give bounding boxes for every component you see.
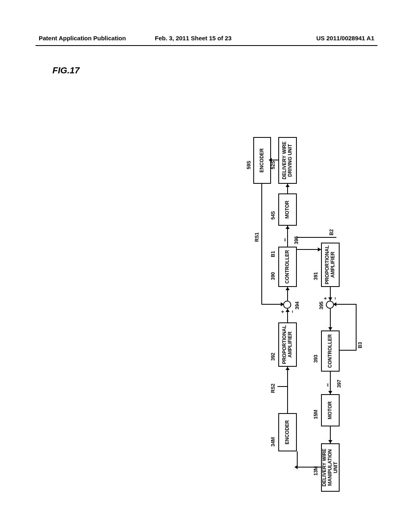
arrow-into-13m bbox=[328, 440, 332, 443]
arrow-into-390 bbox=[286, 287, 290, 290]
controller-390: CONTROLLER bbox=[278, 247, 297, 287]
wire-13m-to-34m-h bbox=[297, 451, 298, 468]
delwire-manip-13m: DELIVERY WIRE MANIPULATION UNIT bbox=[321, 443, 340, 492]
sum394-minus: − bbox=[290, 310, 295, 313]
ref-15m: 15M bbox=[313, 410, 319, 419]
arrow-into-54s bbox=[286, 226, 290, 229]
ref-395: 395 bbox=[319, 301, 324, 310]
ref-392: 392 bbox=[270, 353, 276, 361]
arrow-into-15m bbox=[328, 391, 332, 394]
ref-394: 394 bbox=[294, 301, 300, 310]
arrow-into-395 bbox=[328, 297, 332, 301]
controller-393: CONTROLLER bbox=[321, 330, 340, 372]
caret-396: ˄˄ bbox=[284, 239, 289, 242]
header-right: US 2011/0028941 A1 bbox=[316, 35, 374, 42]
ref-54s: 54S bbox=[270, 211, 276, 220]
propamp-391: PROPORTIONAL AMPLIFIER bbox=[321, 243, 340, 287]
wire-34m-to-392 bbox=[287, 367, 288, 413]
block-diagram: ENCODER 34M RS2 PROPORTIONAL AMPLIFIER 3… bbox=[262, 137, 399, 451]
sum-394 bbox=[283, 301, 291, 309]
motor-54s: MOTOR bbox=[278, 193, 297, 226]
wire-b2-down bbox=[297, 237, 336, 238]
delwire-drive-52s: DELIVERY WIRE DRIVING UNIT bbox=[278, 137, 297, 184]
ref-397: 397 bbox=[336, 380, 342, 388]
encoder-34m: ENCODER bbox=[278, 413, 297, 451]
wire-13m-to-34m bbox=[297, 467, 321, 468]
header-left: Patent Application Publication bbox=[39, 35, 126, 42]
arrow-into-59s bbox=[269, 158, 272, 162]
wire-b1-down bbox=[297, 249, 321, 250]
sum-395 bbox=[326, 301, 334, 309]
ref-b3: B3 bbox=[357, 342, 363, 348]
header-rule bbox=[35, 45, 378, 46]
ref-13m: 13M bbox=[313, 466, 319, 476]
wire-b3-down bbox=[340, 350, 357, 351]
sum395-plus: + bbox=[323, 297, 328, 300]
arrow-into-52s bbox=[286, 184, 290, 187]
arrow-rs1-into-394 bbox=[281, 302, 284, 306]
ref-b1: B1 bbox=[270, 251, 276, 257]
arrow-into-391 bbox=[318, 247, 321, 251]
wire-rs1-top bbox=[261, 184, 262, 305]
wire-b3-across bbox=[356, 305, 357, 351]
arrow-into-393 bbox=[328, 327, 332, 330]
ref-59s: 59S bbox=[246, 161, 252, 169]
arrow-into-394 bbox=[286, 309, 290, 312]
ref-rs2: RS2 bbox=[270, 384, 276, 393]
ref-b2: B2 bbox=[329, 229, 334, 235]
ref-393: 393 bbox=[313, 355, 319, 363]
arrow-into-392 bbox=[286, 367, 290, 370]
rs2-tick bbox=[277, 386, 287, 387]
figure-title: FIG.17 bbox=[52, 65, 79, 76]
ref-391: 391 bbox=[313, 272, 319, 280]
header-mid: Feb. 3, 2011 Sheet 15 of 23 bbox=[155, 35, 232, 42]
caret-397: ˄˄ bbox=[327, 384, 332, 387]
ref-390: 390 bbox=[270, 272, 276, 280]
sum394-plus: + bbox=[280, 310, 286, 313]
ref-rs1: RS1 bbox=[254, 233, 260, 242]
motor-15m: MOTOR bbox=[321, 394, 340, 426]
sum395-minus: − bbox=[332, 297, 338, 300]
arrow-b3-into-395 bbox=[333, 302, 336, 306]
wire-b3-up bbox=[334, 304, 357, 305]
wire-52s-to-59s bbox=[271, 160, 278, 160]
ref-34m: 34M bbox=[270, 437, 276, 447]
propamp-392: PROPORTIONAL AMPLIFIER bbox=[278, 322, 297, 367]
